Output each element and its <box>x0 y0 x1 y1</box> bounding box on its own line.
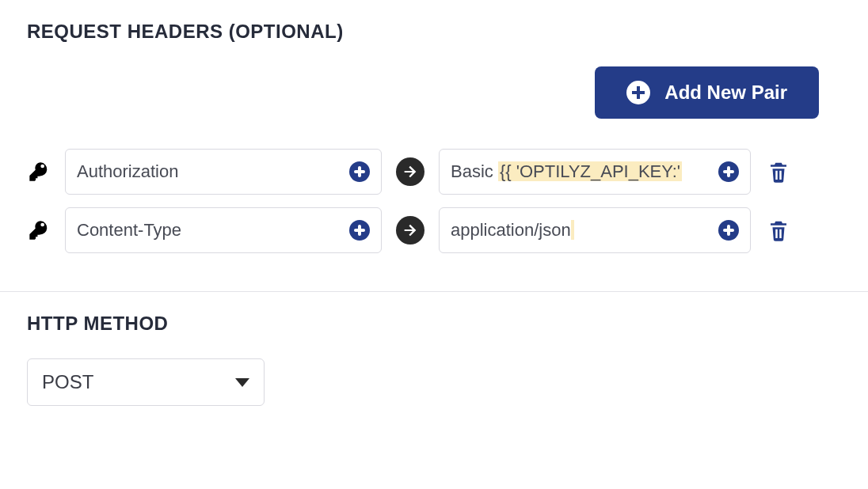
arrow-right-icon <box>396 216 424 244</box>
header-pair-row: Authorization Basic {{ 'OPTILYZ_API_KEY:… <box>27 142 841 201</box>
header-value-input[interactable]: application/json <box>439 207 751 253</box>
request-headers-title: REQUEST HEADERS (OPTIONAL) <box>27 21 841 43</box>
arrow-right-icon <box>396 157 424 186</box>
header-value-text: Basic {{ 'OPTILYZ_API_KEY:' <box>451 161 715 182</box>
delete-pair-button[interactable] <box>765 158 792 185</box>
add-new-pair-button[interactable]: Add New Pair <box>595 66 819 119</box>
add-pair-row: Add New Pair <box>27 66 841 119</box>
plus-circle-icon <box>626 81 650 104</box>
insert-token-button[interactable] <box>718 161 739 182</box>
key-icon <box>27 160 51 184</box>
http-method-select[interactable]: POST <box>27 358 265 406</box>
header-key-text: Authorization <box>77 161 346 182</box>
http-method-selected: POST <box>42 371 93 393</box>
insert-token-button[interactable] <box>718 220 739 241</box>
http-method-section: HTTP METHOD POST <box>0 292 868 438</box>
http-method-title: HTTP METHOD <box>27 313 841 335</box>
delete-pair-button[interactable] <box>765 217 792 244</box>
add-new-pair-label: Add New Pair <box>664 82 787 104</box>
header-key-text: Content-Type <box>77 220 346 241</box>
header-value-text: application/json <box>451 220 715 241</box>
insert-token-button[interactable] <box>349 161 370 182</box>
header-key-input[interactable]: Authorization <box>65 149 382 195</box>
chevron-down-icon <box>235 378 249 387</box>
insert-token-button[interactable] <box>349 220 370 241</box>
header-value-input[interactable]: Basic {{ 'OPTILYZ_API_KEY:' <box>439 149 751 195</box>
header-pair-row: Content-Type application/json <box>27 201 841 260</box>
key-icon <box>27 218 51 242</box>
header-key-input[interactable]: Content-Type <box>65 207 382 253</box>
request-headers-section: REQUEST HEADERS (OPTIONAL) Add New Pair … <box>0 0 868 291</box>
